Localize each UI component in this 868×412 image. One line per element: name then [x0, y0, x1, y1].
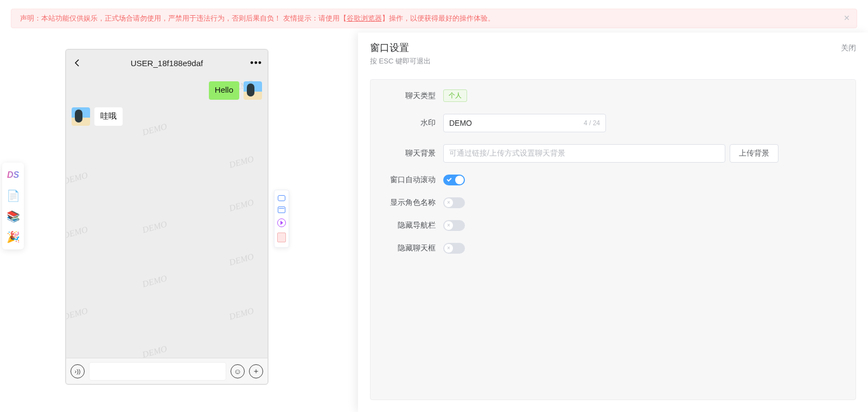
drawer-close-button[interactable]: 关闭 [841, 43, 856, 53]
rail-confetti-icon[interactable]: 🎉 [4, 228, 22, 246]
rail-template-icon[interactable]: 📄 [4, 187, 22, 204]
chrome-link[interactable]: 谷歌浏览器 [347, 14, 382, 22]
drawer-title: 窗口设置 [370, 41, 431, 54]
switch-hide-chat[interactable] [443, 243, 465, 254]
label-hide-nav: 隐藏导航栏 [384, 221, 443, 230]
date-icon[interactable] [278, 207, 285, 213]
label-watermark: 水印 [384, 118, 443, 128]
window-settings-icon[interactable] [278, 195, 285, 201]
label-auto-scroll: 窗口自动滚动 [384, 175, 443, 185]
disclaimer-alert: 声明：本站功能仅供娱乐，正式场合请勿使用，严禁用于违法行为，否则后果自负！ 友情… [11, 9, 857, 28]
row-chat-type: 聊天类型 个人 [384, 89, 843, 102]
row-hide-chat: 隐藏聊天框 [384, 243, 843, 254]
label-show-role: 显示角色名称 [384, 198, 443, 208]
avatar[interactable] [72, 107, 90, 126]
row-auto-scroll: 窗口自动滚动 [384, 175, 843, 185]
play-icon[interactable] [277, 218, 286, 227]
message-row-in: 哇哦 [72, 107, 262, 126]
chat-text-input[interactable] [89, 362, 226, 381]
chat-bg-placeholder: 可通过链接/上传方式设置聊天背景 [449, 149, 565, 158]
chat-title: USER_18f188e9daf [131, 59, 203, 68]
switch-show-role[interactable] [443, 197, 465, 208]
message-bubble: Hello [209, 81, 239, 100]
phone-preview: USER_18f188e9daf ••• DEMO DEMO DEMO DEMO… [65, 49, 269, 385]
emoji-icon[interactable]: ☺ [231, 364, 245, 378]
label-hide-chat: 隐藏聊天框 [384, 243, 443, 253]
more-icon[interactable]: ••• [250, 57, 262, 69]
message-row-out: Hello [72, 81, 262, 100]
drawer-subtitle: 按 ESC 键即可退出 [370, 56, 431, 66]
redpacket-icon[interactable] [277, 233, 286, 242]
rail-book-icon[interactable]: 📚 [4, 208, 22, 225]
preview-toolbar [274, 190, 289, 248]
alert-text-prefix: 声明：本站功能仅供娱乐，正式场合请勿使用，严禁用于违法行为，否则后果自负！ 友情… [20, 14, 347, 22]
drawer-body: 聊天类型 个人 水印 DEMO 4 / 24 聊天背景 可通过链接/上传方式设置… [370, 79, 856, 400]
upload-bg-button[interactable]: 上传背景 [730, 144, 778, 163]
chat-input-bar: ›)) ☺ ＋ [66, 358, 267, 384]
avatar[interactable] [244, 81, 262, 100]
drawer-header: 窗口设置 按 ESC 键即可退出 关闭 [358, 33, 868, 74]
message-bubble: 哇哦 [94, 107, 123, 126]
row-show-role: 显示角色名称 [384, 197, 843, 208]
chat-body: DEMO DEMO DEMO DEMO DEMO DEMO DEMO DEMO … [66, 76, 267, 358]
label-chat-type: 聊天类型 [384, 91, 443, 101]
alert-close-icon[interactable]: ✕ [844, 14, 850, 22]
voice-icon[interactable]: ›)) [71, 364, 85, 378]
row-hide-nav: 隐藏导航栏 [384, 220, 843, 231]
alert-text-suffix: 】操作，以便获得最好的操作体验。 [382, 14, 495, 22]
chat-type-tag: 个人 [443, 89, 467, 102]
settings-drawer: 窗口设置 按 ESC 键即可退出 关闭 聊天类型 个人 水印 DEMO 4 / … [358, 33, 868, 412]
back-icon[interactable] [72, 57, 82, 68]
rail-logo-icon[interactable]: DS [4, 166, 22, 184]
label-chat-bg: 聊天背景 [384, 149, 443, 158]
phone-header: USER_18f188e9daf ••• [66, 50, 267, 76]
switch-auto-scroll[interactable] [443, 175, 465, 185]
plus-icon[interactable]: ＋ [249, 364, 263, 378]
watermark-input-value: DEMO [449, 119, 472, 127]
row-watermark: 水印 DEMO 4 / 24 [384, 114, 843, 132]
switch-hide-nav[interactable] [443, 220, 465, 231]
row-chat-bg: 聊天背景 可通过链接/上传方式设置聊天背景 上传背景 [384, 144, 843, 163]
left-rail: DS 📄 📚 🎉 [2, 163, 24, 249]
chat-bg-input[interactable]: 可通过链接/上传方式设置聊天背景 [443, 144, 725, 163]
watermark-char-count: 4 / 24 [584, 119, 600, 127]
watermark-input[interactable]: DEMO 4 / 24 [443, 114, 606, 132]
